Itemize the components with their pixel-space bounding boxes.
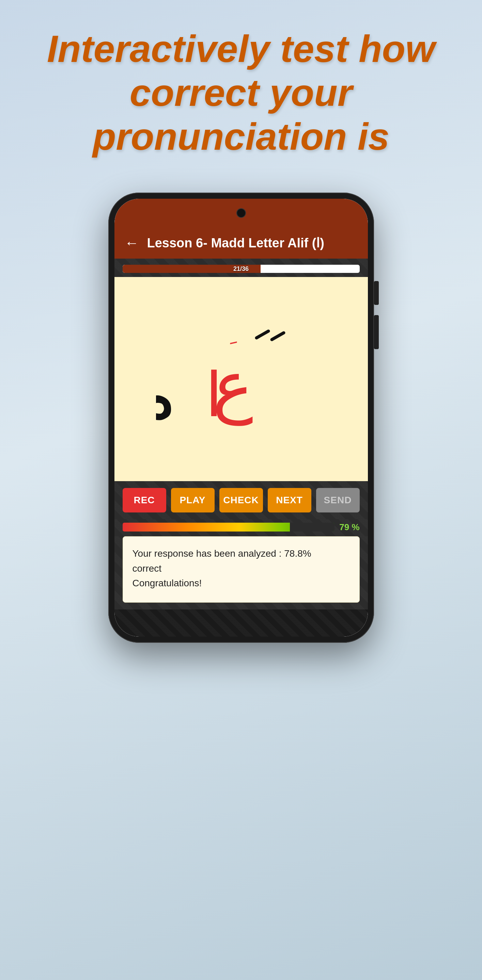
- phone-wrapper: ← Lesson 6- Madd Letter Alif (ا) 21/36 م: [109, 192, 374, 643]
- top-nav: ← Lesson 6- Madd Letter Alif (ا): [115, 229, 368, 259]
- nav-title: Lesson 6- Madd Letter Alif (ا): [147, 235, 325, 250]
- score-bar-container: 79 %: [123, 523, 360, 531]
- send-button[interactable]: SEND: [316, 488, 360, 512]
- next-button[interactable]: NEXT: [268, 488, 311, 512]
- feedback-box: Your response has been analyzed : 78.8% …: [123, 536, 360, 602]
- score-bar-track: [123, 523, 335, 531]
- play-button[interactable]: PLAY: [171, 488, 215, 512]
- headline-section: Interactively test how correct your pron…: [20, 27, 462, 159]
- word-display-area: م ا َ ع: [115, 277, 368, 481]
- score-bar-overlay: [290, 523, 335, 531]
- phone-screen: ← Lesson 6- Madd Letter Alif (ا) 21/36 م: [115, 199, 368, 636]
- action-buttons-row: REC PLAY CHECK NEXT SEND: [115, 481, 368, 519]
- svg-text:َ: َ: [230, 341, 237, 344]
- progress-section: 21/36: [115, 259, 368, 277]
- feedback-section: Your response has been analyzed : 78.8% …: [115, 536, 368, 609]
- volume-down-button[interactable]: [374, 315, 379, 349]
- svg-text:م: م: [156, 355, 176, 441]
- arabic-word: م ا َ ع: [156, 301, 326, 458]
- svg-line-5: [272, 333, 284, 340]
- svg-line-4: [257, 331, 268, 338]
- score-section: 79 %: [115, 519, 368, 536]
- rec-button[interactable]: REC: [123, 488, 166, 512]
- feedback-text: Your response has been analyzed : 78.8% …: [132, 546, 350, 590]
- phone-bottom-bar: [115, 609, 368, 637]
- volume-up-button[interactable]: [374, 281, 379, 305]
- svg-text:ع: ع: [212, 348, 253, 426]
- progress-label: 21/36: [233, 266, 249, 272]
- progress-bar: 21/36: [123, 265, 360, 273]
- phone-frame: ← Lesson 6- Madd Letter Alif (ا) 21/36 م: [109, 192, 374, 643]
- back-button[interactable]: ←: [124, 236, 139, 250]
- arabic-svg: م ا َ ع: [156, 301, 326, 443]
- front-camera: [236, 208, 246, 218]
- headline-text: Interactively test how correct your pron…: [47, 27, 435, 159]
- check-button[interactable]: CHECK: [219, 488, 263, 512]
- status-bar: [115, 199, 368, 229]
- score-label: 79 %: [339, 522, 359, 533]
